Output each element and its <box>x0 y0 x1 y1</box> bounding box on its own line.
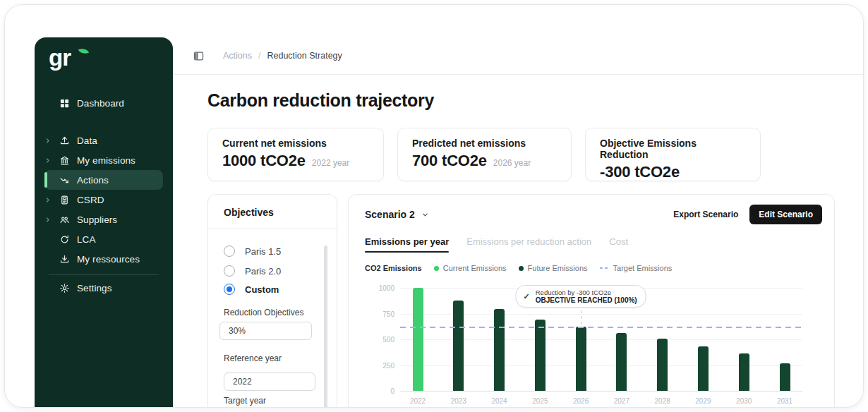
sidebar-item-actions[interactable]: Actions <box>44 170 163 190</box>
objectives-title: Objectives <box>224 207 274 218</box>
x-axis-label: 2026 <box>565 397 596 405</box>
trend-down-icon <box>59 174 70 186</box>
x-axis-label: 2025 <box>524 397 555 405</box>
page-title: Carbon reduction trajectory <box>207 90 434 111</box>
sidebar-item-my-emissions[interactable]: My emissions <box>44 150 163 170</box>
bar-2028[interactable] <box>657 339 668 391</box>
upload-icon <box>59 135 70 146</box>
breadcrumb-parent[interactable]: Actions <box>223 51 252 61</box>
stat-note: 2026 year <box>493 158 531 168</box>
legend-target-emissions: Target Emissions <box>600 264 673 272</box>
y-axis-label: 1000 <box>365 284 394 292</box>
chart-title: CO2 Emissions <box>365 264 422 272</box>
target-year-label: Target year <box>224 396 266 406</box>
tab-emissions-per-reduction-action[interactable]: Emissions per reduction action <box>466 236 591 253</box>
stat-cards: Current net emissions 1000 tCO2e 2022 ye… <box>207 128 761 181</box>
radio-paris-1-5[interactable]: Paris 1.5 <box>224 245 281 258</box>
topbar: Actions / Reduction Strategy <box>173 37 863 75</box>
legend-dot-icon <box>434 266 439 271</box>
x-axis-label: 2028 <box>647 397 678 405</box>
x-axis-label: 2023 <box>443 397 474 405</box>
bar-2029[interactable] <box>698 346 709 391</box>
sidebar-item-suppliers[interactable]: Suppliers <box>44 210 163 229</box>
card-predicted-net-emissions: Predicted net emissions 700 tCO2e 2026 y… <box>397 128 572 181</box>
edit-scenario-button[interactable]: Edit Scenario <box>749 205 822 224</box>
annotation-connector <box>581 305 581 327</box>
tab-emissions-per-year[interactable]: Emissions per year <box>365 236 449 253</box>
legend-future-emissions: Future Emissions <box>519 264 588 272</box>
bar-2025[interactable] <box>535 320 545 391</box>
reference-year-label: Reference year <box>224 353 282 363</box>
bar-2030[interactable] <box>739 353 749 391</box>
legend-dash-icon <box>600 267 609 269</box>
app-logo[interactable]: gr <box>49 44 71 77</box>
scenario-selector[interactable]: Scenario 2 <box>365 209 429 220</box>
sidebar-toggle-icon[interactable] <box>193 50 205 62</box>
sidebar-item-csrd[interactable]: CSRD <box>44 190 163 210</box>
stat-value: 700 tCO2e <box>412 152 487 170</box>
radio-button-selected[interactable] <box>224 284 235 295</box>
x-axis-label: 2024 <box>484 397 515 405</box>
sidebar-item-dashboard[interactable]: Dashboard <box>44 93 163 113</box>
scenario-header: Scenario 2 Export Scenario Edit Scenario <box>365 205 822 224</box>
dashboard-grid-icon <box>59 97 70 109</box>
stat-value: -300 tCO2e <box>600 163 680 181</box>
bank-icon <box>59 154 70 166</box>
radio-button[interactable] <box>224 246 235 257</box>
chart-plot: ✓ Reduction by -300 tCO2e OBJECTIVE REAC… <box>400 288 802 391</box>
bar-2031[interactable] <box>780 363 790 391</box>
radio-custom[interactable]: Custom <box>224 283 279 296</box>
bar-2022[interactable] <box>413 288 423 391</box>
tab-cost[interactable]: Cost <box>609 236 628 253</box>
chevron-right-icon[interactable] <box>44 138 59 144</box>
recycle-icon <box>59 234 70 245</box>
x-axis-label: 2022 <box>402 397 433 405</box>
sidebar-item-settings[interactable]: Settings <box>44 278 163 298</box>
gear-icon <box>59 282 70 293</box>
chevron-right-icon[interactable] <box>44 157 59 164</box>
objective-annotation: ✓ Reduction by -300 tCO2e OBJECTIVE REAC… <box>516 285 646 308</box>
reduction-objectives-label: Reduction Objectives <box>224 308 303 317</box>
stat-value: 1000 tCO2e <box>222 152 306 170</box>
bar-2027[interactable] <box>616 333 627 391</box>
y-axis-label: 0 <box>365 387 394 395</box>
y-axis-label: 750 <box>365 310 394 318</box>
x-axis-label: 2030 <box>728 397 759 405</box>
app-window: gr Dashboard Data <box>0 0 868 412</box>
check-icon: ✓ <box>524 292 530 301</box>
breadcrumb-separator: / <box>258 51 260 61</box>
card-objective-emissions-reduction: Objective Emissions Reduction -300 tCO2e <box>585 128 761 181</box>
sidebar-divider <box>49 274 159 275</box>
bar-2026[interactable] <box>576 327 586 391</box>
divider <box>208 228 337 229</box>
gridline <box>400 391 802 392</box>
scenario-panel: Scenario 2 Export Scenario Edit Scenario… <box>348 194 835 408</box>
sidebar-nav: Dashboard Data My emissions <box>35 93 173 298</box>
breadcrumb: Actions / Reduction Strategy <box>223 51 342 61</box>
x-axis-label: 2031 <box>769 397 800 405</box>
x-axis-label: 2029 <box>687 397 718 405</box>
target-line <box>400 327 802 328</box>
bar-2023[interactable] <box>453 301 464 391</box>
objectives-panel: Objectives Paris 1.5 Paris 2.0 Custom Re… <box>207 194 337 408</box>
reference-year-input[interactable] <box>224 372 315 391</box>
chevron-right-icon[interactable] <box>44 217 59 223</box>
chevron-right-icon[interactable] <box>44 197 59 203</box>
radio-button[interactable] <box>224 265 235 277</box>
radio-paris-2-0[interactable]: Paris 2.0 <box>224 265 281 277</box>
leaf-icon <box>78 47 89 56</box>
scrollbar-thumb[interactable] <box>324 246 327 408</box>
stat-note: 2022 year <box>312 158 349 168</box>
bar-2024[interactable] <box>494 309 505 391</box>
reduction-objectives-input[interactable] <box>219 322 312 340</box>
export-scenario-button[interactable]: Export Scenario <box>673 210 738 219</box>
sidebar-item-my-ressources[interactable]: My ressources <box>44 249 163 269</box>
sidebar-item-lca[interactable]: LCA <box>44 229 163 249</box>
nav-spacer <box>44 113 163 131</box>
legend-dot-icon <box>519 266 524 271</box>
sidebar-item-data[interactable]: Data <box>44 131 163 150</box>
app-frame: gr Dashboard Data <box>4 4 864 408</box>
card-current-net-emissions: Current net emissions 1000 tCO2e 2022 ye… <box>207 128 384 181</box>
download-icon <box>59 253 70 265</box>
scenario-tabs: Emissions per year Emissions per reducti… <box>365 236 628 253</box>
